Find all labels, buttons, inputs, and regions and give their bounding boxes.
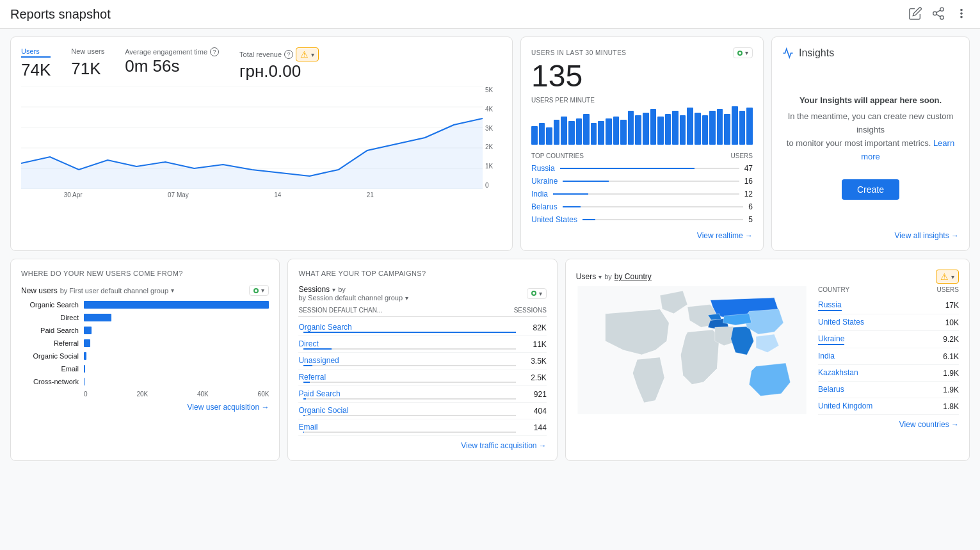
revenue-warn-badge[interactable]: ⚠ ▾	[296, 47, 319, 61]
country-count: 5	[748, 215, 753, 224]
new-users-status-badge[interactable]: ▾	[249, 285, 269, 296]
chart-x-labels: 30 Apr 07 May 14 21	[21, 191, 502, 198]
country-name[interactable]: India	[531, 190, 548, 198]
geo-dropdown[interactable]: Users ▾ by by Country	[576, 272, 652, 281]
hbar-label: Cross-network	[21, 378, 79, 385]
campaigns-section-title: WHAT ARE YOUR TOP CAMPAIGNS?	[298, 270, 546, 277]
session-count: 404	[521, 407, 547, 416]
session-bar	[303, 398, 305, 400]
geo-country-name[interactable]: Belarus	[818, 385, 844, 394]
country-name[interactable]: Russia	[531, 164, 555, 173]
edit-icon[interactable]	[908, 6, 924, 22]
geo-country-name[interactable]: Kazakhstan	[818, 368, 858, 377]
session-name[interactable]: Organic Search	[298, 323, 351, 332]
users-label[interactable]: Users	[21, 47, 51, 58]
session-bar-wrap	[303, 432, 515, 433]
hbar-row: Paid Search	[21, 327, 269, 334]
main-content: Users 74K New users 71K Average engageme…	[0, 29, 980, 469]
hbar-track	[84, 314, 269, 321]
geo-country-row: United States 10K	[818, 314, 959, 331]
geo-country-name[interactable]: Ukraine	[818, 334, 844, 343]
per-minute-bar	[554, 120, 560, 145]
hbar-label: Email	[21, 365, 79, 373]
campaigns-dropdown[interactable]: Sessions ▾ by by Session default channel…	[298, 285, 408, 302]
country-underline	[818, 344, 844, 345]
new-users-dropdown[interactable]: New users by First user default channel …	[21, 286, 174, 295]
hbar-fill	[84, 378, 84, 385]
country-underline	[818, 310, 842, 311]
hbar-chart: Organic Search Direct Paid Search Referr…	[21, 301, 269, 385]
learn-more-link[interactable]: Learn more	[861, 138, 954, 161]
view-user-acquisition-link[interactable]: View user acquisition →	[21, 403, 269, 412]
view-traffic-acquisition-link[interactable]: View traffic acquisition →	[298, 441, 546, 450]
map-table: COUNTRY USERS Russia 17K United States 1…	[576, 286, 959, 467]
geo-warn-icon: ⚠	[940, 271, 949, 282]
hbar-track	[84, 352, 269, 360]
session-name[interactable]: Direct	[298, 339, 318, 348]
per-minute-bar	[650, 109, 657, 145]
session-row: Email 144	[298, 419, 546, 436]
per-minute-bar	[613, 117, 620, 145]
view-countries-link[interactable]: View countries →	[818, 420, 959, 429]
session-count: 11K	[521, 340, 547, 349]
campaigns-status-dot	[531, 291, 536, 296]
per-minute-bar	[628, 111, 634, 145]
hbar-fill	[84, 314, 111, 321]
view-realtime-link[interactable]: View realtime →	[531, 231, 753, 240]
share-icon[interactable]	[931, 6, 947, 22]
create-button[interactable]: Create	[842, 179, 899, 200]
new-users-section-title: WHERE DO YOUR NEW USERS COME FROM?	[21, 270, 269, 277]
per-minute-bar	[643, 113, 649, 145]
hbar-row: Direct	[21, 314, 269, 321]
geo-country-name[interactable]: India	[818, 352, 835, 360]
campaigns-dropdown-label: Sessions ▾ by	[298, 285, 408, 294]
campaigns-status-badge[interactable]: ▾	[527, 288, 547, 299]
geo-warn-badge[interactable]: ⚠ ▾	[936, 270, 959, 284]
engagement-help-icon[interactable]: ?	[210, 47, 219, 56]
hbar-row: Organic Social	[21, 352, 269, 360]
session-name[interactable]: Organic Social	[298, 406, 348, 415]
geo-country-name[interactable]: Russia	[818, 300, 842, 309]
country-name[interactable]: Ukraine	[531, 177, 558, 186]
country-row: United States 5	[531, 213, 753, 226]
insights-bold-text: Your Insights will appear here soon.	[799, 95, 942, 105]
geo-country-row: Belarus 1.9K	[818, 382, 959, 398]
per-minute-bar	[620, 120, 627, 145]
session-bar	[303, 382, 310, 383]
revenue-help-icon[interactable]: ?	[284, 50, 293, 59]
country-row: India 12	[531, 188, 753, 200]
hbar-track	[84, 327, 269, 334]
campaigns-inner-header: Sessions ▾ by by Session default channel…	[298, 285, 546, 302]
geo-country-name[interactable]: United States	[818, 318, 864, 327]
session-row: Paid Search 921	[298, 386, 546, 403]
hbar-label: Organic Search	[21, 301, 79, 309]
more-icon[interactable]	[954, 6, 970, 22]
per-minute-bar	[717, 109, 723, 145]
view-insights-link[interactable]: View all insights →	[782, 231, 959, 240]
geo-country-name[interactable]: United Kingdom	[818, 401, 872, 410]
y-label-2k: 2K	[485, 143, 499, 150]
per-minute-bar	[635, 115, 641, 145]
session-name[interactable]: Paid Search	[298, 389, 340, 398]
geo-country-row: United Kingdom 1.8K	[818, 398, 959, 415]
session-bar-wrap	[303, 415, 515, 416]
hbar-track	[84, 365, 269, 373]
page-header: Reports snapshot	[0, 0, 980, 29]
country-name[interactable]: Belarus	[531, 202, 558, 211]
map-area	[576, 286, 808, 467]
metric-engagement: Average engagement time ? 0m 56s	[125, 47, 219, 76]
session-bar-wrap	[303, 332, 515, 333]
hbar-fill	[84, 327, 92, 334]
per-minute-bar	[606, 118, 612, 145]
page-title: Reports snapshot	[10, 7, 111, 22]
session-name[interactable]: Referral	[298, 373, 326, 382]
session-name[interactable]: Unassigned	[298, 356, 339, 365]
new-users-dropdown-sub: by First user default channel group	[60, 287, 168, 295]
realtime-status-badge[interactable]: ▾	[733, 47, 753, 58]
country-row: Belarus 6	[531, 200, 753, 213]
per-minute-bar-chart	[531, 106, 753, 145]
session-name[interactable]: Email	[298, 423, 317, 432]
sessions-header-row: SESSION DEFAULT CHAN... SESSIONS	[298, 307, 546, 317]
revenue-label: Total revenue	[239, 51, 282, 58]
country-name[interactable]: United States	[531, 215, 577, 224]
